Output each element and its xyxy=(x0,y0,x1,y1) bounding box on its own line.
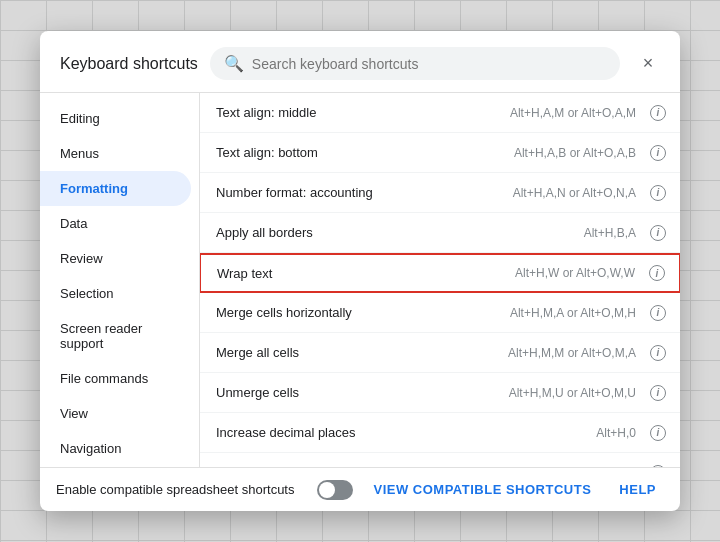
info-icon[interactable]: i xyxy=(648,183,668,203)
shortcut-name: Merge all cells xyxy=(216,345,508,360)
modal-footer: Enable compatible spreadsheet shortcuts … xyxy=(40,467,680,511)
shortcut-name: Unmerge cells xyxy=(216,385,509,400)
info-icon[interactable]: i xyxy=(648,343,668,363)
info-icon[interactable]: i xyxy=(647,263,667,283)
sidebar-item-review[interactable]: Review xyxy=(40,241,191,276)
shortcut-keys: Alt+H,A,N or Alt+O,N,A xyxy=(513,186,636,200)
shortcut-keys: Alt+H,W or Alt+O,W,W xyxy=(515,266,635,280)
sidebar-item-formatting[interactable]: Formatting xyxy=(40,171,191,206)
compatible-shortcuts-toggle[interactable] xyxy=(317,480,353,500)
search-box[interactable]: 🔍 xyxy=(210,47,620,80)
view-compatible-shortcuts-link[interactable]: VIEW COMPATIBLE SHORTCUTS xyxy=(365,478,599,501)
table-row: Increase decimal placesAlt+H,0i xyxy=(200,413,680,453)
shortcut-name: Merge cells horizontally xyxy=(216,305,510,320)
info-icon[interactable]: i xyxy=(648,423,668,443)
shortcut-name: Decrease decimal places xyxy=(216,465,596,467)
table-row: Decrease decimal placesAlt+H,9i xyxy=(200,453,680,467)
shortcut-keys: Alt+H,B,A xyxy=(584,226,636,240)
table-row: Wrap textAlt+H,W or Alt+O,W,Wi xyxy=(200,253,680,293)
shortcut-name: Wrap text xyxy=(217,266,515,281)
shortcut-name: Text align: bottom xyxy=(216,145,514,160)
search-input[interactable] xyxy=(252,56,606,72)
table-row: Merge cells horizontallyAlt+H,M,A or Alt… xyxy=(200,293,680,333)
shortcuts-list: Text align: middleAlt+H,A,M or Alt+O,A,M… xyxy=(200,93,680,467)
shortcut-keys: Alt+H,9 xyxy=(596,466,636,468)
sidebar-item-menus[interactable]: Menus xyxy=(40,136,191,171)
shortcut-name: Text align: middle xyxy=(216,105,510,120)
close-button[interactable]: × xyxy=(632,48,664,80)
keyboard-shortcuts-modal: Keyboard shortcuts 🔍 × EditingMenusForma… xyxy=(40,31,680,511)
table-row: Text align: middleAlt+H,A,M or Alt+O,A,M… xyxy=(200,93,680,133)
sidebar-item-screen-reader[interactable]: Screen reader support xyxy=(40,311,191,361)
sidebar-item-view[interactable]: View xyxy=(40,396,191,431)
shortcut-name: Increase decimal places xyxy=(216,425,596,440)
table-row: Unmerge cellsAlt+H,M,U or Alt+O,M,Ui xyxy=(200,373,680,413)
shortcut-keys: Alt+H,0 xyxy=(596,426,636,440)
info-icon[interactable]: i xyxy=(648,143,668,163)
info-icon[interactable]: i xyxy=(648,303,668,323)
shortcut-keys: Alt+H,A,B or Alt+O,A,B xyxy=(514,146,636,160)
modal-header: Keyboard shortcuts 🔍 × xyxy=(40,31,680,93)
info-icon[interactable]: i xyxy=(648,463,668,468)
table-row: Apply all bordersAlt+H,B,Ai xyxy=(200,213,680,253)
table-row: Number format: accountingAlt+H,A,N or Al… xyxy=(200,173,680,213)
shortcut-name: Apply all borders xyxy=(216,225,584,240)
modal-body: EditingMenusFormattingDataReviewSelectio… xyxy=(40,93,680,467)
modal-title: Keyboard shortcuts xyxy=(60,55,198,73)
sidebar-item-selection[interactable]: Selection xyxy=(40,276,191,311)
sidebar: EditingMenusFormattingDataReviewSelectio… xyxy=(40,93,200,467)
info-icon[interactable]: i xyxy=(648,383,668,403)
help-link[interactable]: HELP xyxy=(611,478,664,501)
table-row: Text align: bottomAlt+H,A,B or Alt+O,A,B… xyxy=(200,133,680,173)
shortcut-keys: Alt+H,M,M or Alt+O,M,A xyxy=(508,346,636,360)
shortcut-keys: Alt+H,A,M or Alt+O,A,M xyxy=(510,106,636,120)
sidebar-item-navigation[interactable]: Navigation xyxy=(40,431,191,466)
shortcut-name: Number format: accounting xyxy=(216,185,513,200)
sidebar-item-data[interactable]: Data xyxy=(40,206,191,241)
table-row: Merge all cellsAlt+H,M,M or Alt+O,M,Ai xyxy=(200,333,680,373)
shortcut-keys: Alt+H,M,A or Alt+O,M,H xyxy=(510,306,636,320)
info-icon[interactable]: i xyxy=(648,223,668,243)
sidebar-item-file-commands[interactable]: File commands xyxy=(40,361,191,396)
toggle-label: Enable compatible spreadsheet shortcuts xyxy=(56,482,305,497)
sidebar-item-editing[interactable]: Editing xyxy=(40,101,191,136)
info-icon[interactable]: i xyxy=(648,103,668,123)
search-icon: 🔍 xyxy=(224,54,244,73)
shortcut-keys: Alt+H,M,U or Alt+O,M,U xyxy=(509,386,636,400)
